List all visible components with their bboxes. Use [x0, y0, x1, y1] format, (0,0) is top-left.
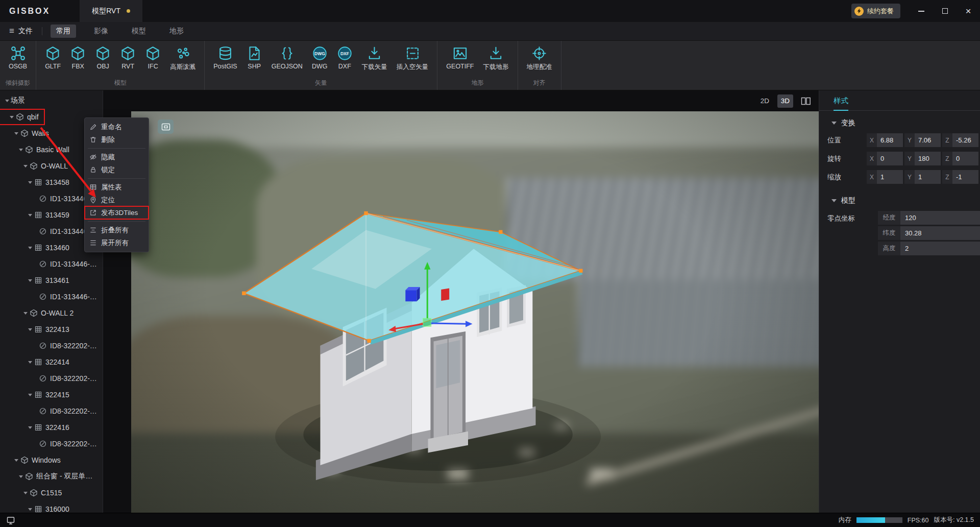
context-menu-item-删除[interactable]: 删除	[85, 133, 149, 146]
axis-value-input[interactable]: 180	[915, 152, 941, 165]
tree-row[interactable]: Windows	[0, 452, 103, 468]
expand-arrow-icon[interactable]	[26, 394, 34, 396]
ribbon-item-DXF[interactable]: DXFDXF	[332, 45, 357, 77]
tree-row[interactable]: ID8-322202-…	[0, 403, 103, 419]
ribbon-item-下载矢量[interactable]: 下载矢量	[357, 45, 392, 77]
axis-value-input[interactable]: 1	[915, 170, 941, 184]
tree-row[interactable]: 场景	[0, 92, 103, 109]
expand-arrow-icon[interactable]	[17, 149, 24, 151]
restore-button[interactable]	[933, 0, 957, 22]
tree-row[interactable]: 组合窗 - 双层单列…	[0, 468, 103, 485]
axis-value-input[interactable]: 6.88	[877, 133, 903, 147]
expand-arrow-icon[interactable]	[26, 361, 34, 364]
menu-tab-常用[interactable]: 常用	[51, 25, 76, 38]
axis-value-input[interactable]: -5.26	[952, 133, 978, 147]
capture-view-button[interactable]	[158, 119, 174, 134]
map-canvas[interactable]	[131, 111, 819, 513]
origin-value-input[interactable]: 30.28	[900, 226, 980, 240]
gizmo-blue-cube-handle[interactable]	[405, 287, 420, 301]
tree-row[interactable]: ID8-322202-…	[0, 436, 103, 452]
context-menu-item-定位[interactable]: 定位	[85, 194, 149, 206]
tree-row[interactable]: ID8-322202-…	[0, 338, 103, 354]
transform-section-header[interactable]: 变换	[819, 111, 980, 133]
expand-arrow-icon[interactable]	[21, 165, 29, 167]
house-model[interactable]	[131, 111, 819, 513]
context-menu-item-折叠所有[interactable]: 折叠所有	[85, 224, 149, 236]
close-button[interactable]: ×	[957, 0, 980, 22]
axis-value-input[interactable]: 0	[877, 152, 903, 165]
context-menu-item-锁定[interactable]: 锁定	[85, 163, 149, 176]
ribbon-item-GEOJSON[interactable]: GEOJSON	[267, 45, 307, 77]
model-section-header[interactable]: 模型	[819, 188, 980, 211]
ribbon-item-SHP[interactable]: SHP	[242, 45, 267, 77]
gizmo-red-handle[interactable]	[441, 288, 449, 300]
ribbon-item-高斯泼溅[interactable]: 高斯泼溅	[165, 45, 200, 77]
menu-tab-影像[interactable]: 影像	[88, 25, 114, 38]
minimize-button[interactable]	[910, 0, 933, 22]
ribbon-item-DWG[interactable]: DWGDWG	[307, 45, 332, 77]
gizmo-z-axis[interactable]	[431, 323, 467, 324]
context-menu-item-发布3DTiles[interactable]: 发布3DTiles	[85, 206, 149, 219]
tree-row[interactable]: 322416	[0, 419, 103, 436]
tree-row[interactable]: ID8-322202-…	[0, 370, 103, 387]
expand-arrow-icon[interactable]	[3, 100, 11, 102]
axis-value-input[interactable]: 0	[952, 152, 978, 165]
expand-arrow-icon[interactable]	[21, 492, 29, 494]
ribbon-item-label: GLTF	[45, 63, 61, 70]
expand-arrow-icon[interactable]	[21, 312, 29, 315]
menu-tab-模型[interactable]: 模型	[126, 25, 152, 38]
axis-value-input[interactable]: 7.06	[915, 133, 941, 147]
tree-row[interactable]: 322413	[0, 321, 103, 338]
expand-arrow-icon[interactable]	[17, 475, 24, 478]
ribbon-item-RVT[interactable]: RVT	[115, 45, 140, 77]
ribbon-item-插入空矢量[interactable]: 插入空矢量	[392, 45, 433, 77]
ribbon-item-地理配准[interactable]: 地理配准	[522, 45, 557, 77]
expand-arrow-icon[interactable]	[26, 508, 34, 511]
viewport-3d[interactable]: 2D 3D	[103, 90, 819, 513]
origin-value-input[interactable]: 2	[900, 242, 980, 255]
context-menu-item-属性表[interactable]: 属性表	[85, 181, 149, 194]
expand-arrow-icon[interactable]	[8, 116, 15, 118]
tree-row[interactable]: 322414	[0, 354, 103, 370]
renew-plan-button[interactable]: 续约套餐	[851, 4, 900, 18]
workspace-icon[interactable]	[6, 516, 15, 525]
menu-tab-地形[interactable]: 地形	[164, 25, 189, 38]
tree-row[interactable]: C1515	[0, 485, 103, 501]
split-view-button[interactable]	[798, 94, 814, 108]
ribbon-item-PostGIS[interactable]: PostGIS	[209, 45, 242, 77]
ribbon-item-GEOTIFF[interactable]: GEOTIFF	[442, 45, 478, 77]
tree-row[interactable]: 322415	[0, 387, 103, 403]
context-menu-item-重命名[interactable]: 重命名	[85, 121, 149, 133]
ribbon-item-IFC[interactable]: IFC	[140, 45, 165, 77]
ribbon-item-OSGB[interactable]: OSGB	[4, 45, 32, 77]
tab-style[interactable]: 样式	[834, 96, 848, 111]
expand-arrow-icon[interactable]	[26, 328, 34, 331]
expand-arrow-icon[interactable]	[26, 181, 34, 184]
axis-value-input[interactable]: -1	[952, 170, 978, 184]
tree-row[interactable]: ID1-313446-…	[0, 289, 103, 305]
axis-value-input[interactable]: 1	[877, 170, 903, 184]
expand-arrow-icon[interactable]	[26, 247, 34, 249]
tree-row[interactable]: ID1-313446-…	[0, 256, 103, 272]
expand-arrow-icon[interactable]	[26, 279, 34, 282]
tree-row[interactable]: O-WALL 2	[0, 305, 103, 321]
expand-arrow-icon[interactable]	[26, 214, 34, 217]
ribbon-item-FBX[interactable]: FBX	[65, 45, 90, 77]
expand-arrow-icon[interactable]	[26, 426, 34, 429]
menu-item-label: 定位	[101, 196, 115, 205]
ribbon-item-OBJ[interactable]: OBJ	[90, 45, 115, 77]
origin-value-input[interactable]: 120	[900, 211, 980, 225]
document-tab[interactable]: 模型RVT	[80, 0, 142, 22]
gizmo-center-handle[interactable]	[423, 318, 431, 326]
tree-row[interactable]: 316000	[0, 501, 103, 513]
file-menu-button[interactable]: ≡ 文件	[9, 26, 33, 36]
context-menu-item-隐藏[interactable]: 隐藏	[85, 151, 149, 163]
tree-row[interactable]: 313461	[0, 272, 103, 289]
ribbon-item-GLTF[interactable]: GLTF	[40, 45, 65, 77]
mode-3d-button[interactable]: 3D	[777, 94, 793, 108]
context-menu-item-展开所有[interactable]: 展开所有	[85, 236, 149, 249]
expand-arrow-icon[interactable]	[12, 132, 20, 135]
mode-2d-button[interactable]: 2D	[757, 94, 773, 108]
expand-arrow-icon[interactable]	[12, 459, 20, 462]
ribbon-item-下载地形[interactable]: 下载地形	[479, 45, 513, 77]
